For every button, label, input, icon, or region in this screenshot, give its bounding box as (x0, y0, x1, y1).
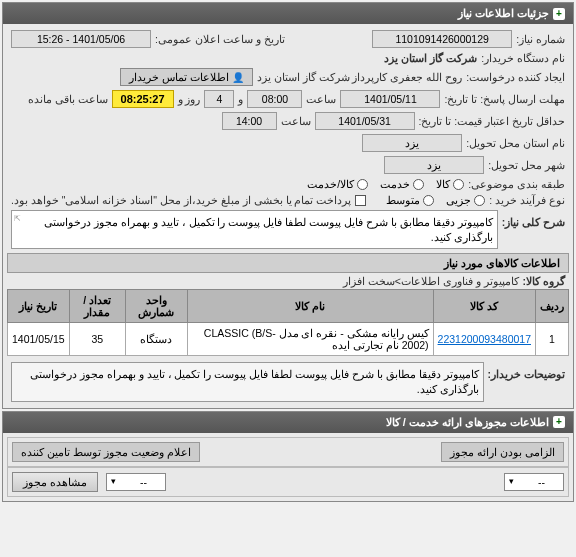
cell-unit: دستگاه (125, 323, 187, 356)
province-label: نام استان محل تحویل: (466, 137, 565, 149)
radio-service[interactable]: خدمت (380, 178, 424, 190)
radio-partial[interactable]: جزیی (446, 194, 485, 206)
category-label: طبقه بندی موضوعی: (468, 178, 565, 190)
day-value-field: 4 (204, 90, 234, 108)
contact-btn-label: اطلاعات تماس خریدار (129, 71, 229, 83)
col-date: تاریخ نیاز (8, 290, 70, 323)
resize-icon[interactable]: ⇱ (14, 213, 21, 224)
permit-dropdown-1[interactable]: -- (504, 473, 564, 491)
desc-label: شرح کلی نیاز: (502, 210, 565, 228)
status-label: اعلام وضعیت مجوز توسط تامین کننده (12, 442, 200, 462)
time-label-1: ساعت (306, 93, 336, 105)
desc-text: کامپیوتر دقیقا مطابق با شرح فایل پیوست ل… (44, 216, 493, 243)
buyer-label: نام دستگاه خریدار: (481, 52, 565, 64)
col-row: ردیف (536, 290, 569, 323)
cell-idx: 1 (536, 323, 569, 356)
radio-both[interactable]: کالا/خدمت (307, 178, 368, 190)
creator-value: روح الله جعفری کارپرداز شرکت گاز استان ی… (257, 71, 462, 83)
col-name: نام کالا (187, 290, 433, 323)
time-label-2: ساعت (281, 115, 311, 127)
radio-goods[interactable]: کالا (436, 178, 464, 190)
desc-textarea[interactable]: ⇱ کامپیوتر دقیقا مطابق با شرح فایل پیوست… (11, 210, 498, 249)
need-details-panel: + جزئیات اطلاعات نیاز شماره نیاز: 110109… (2, 2, 574, 409)
process-label: نوع فرآیند خرید : (489, 194, 565, 206)
province-field: یزد (362, 134, 462, 152)
radio-medium[interactable]: متوسط (386, 194, 434, 206)
user-icon (232, 71, 244, 83)
category-radio-group: کالا خدمت کالا/خدمت (307, 178, 464, 190)
goods-section-header: اطلاعات کالاهای مورد نیاز (7, 253, 569, 273)
panel-header: + جزئیات اطلاعات نیاز (3, 3, 573, 24)
city-label: شهر محل تحویل: (488, 159, 565, 171)
announce-date-label: تاریخ و ساعت اعلان عمومی: (155, 33, 285, 45)
permits-header: + اطلاعات مجوزهای ارائه خدمت / کالا (3, 412, 573, 433)
col-unit: واحد شمارش (125, 290, 187, 323)
day-label: روز و (178, 93, 201, 105)
permits-panel: + اطلاعات مجوزهای ارائه خدمت / کالا الزا… (2, 411, 574, 502)
goods-table: ردیف کد کالا نام کالا واحد شمارش تعداد /… (7, 289, 569, 356)
mandatory-label: الزامی بودن ارائه مجوز (441, 442, 564, 462)
view-permit-button[interactable]: مشاهده مجوز (12, 472, 98, 492)
validity-date-field: 1401/05/31 (315, 112, 415, 130)
goods-group-label: گروه کالا: (523, 275, 565, 287)
city-field: یزد (384, 156, 484, 174)
table-header-row: ردیف کد کالا نام کالا واحد شمارش تعداد /… (8, 290, 569, 323)
validity-label: حداقل تاریخ اعتبار قیمت: تا تاریخ: (419, 115, 565, 127)
creator-label: ایجاد کننده درخواست: (466, 71, 565, 83)
col-qty: تعداد / مقدار (69, 290, 125, 323)
buyer-note-field: کامپیوتر دقیقا مطابق با شرح فایل پیوست ل… (11, 362, 484, 401)
process-radio-group: جزیی متوسط (386, 194, 485, 206)
buyer-note-label: توضیحات خریدار: (488, 362, 565, 380)
buyer-note-text: کامپیوتر دقیقا مطابق با شرح فایل پیوست ل… (30, 368, 479, 395)
goods-code-link[interactable]: 2231200093480017 (438, 333, 531, 345)
expand-icon-2[interactable]: + (553, 416, 565, 428)
cell-date: 1401/05/15 (8, 323, 70, 356)
deadline-label: مهلت ارسال پاسخ: تا تاریخ: (444, 93, 565, 105)
permits-title: اطلاعات مجوزهای ارائه خدمت / کالا (386, 416, 549, 429)
panel-title: جزئیات اطلاعات نیاز (458, 7, 549, 20)
buyer-value: شرکت گاز استان یزد (384, 52, 477, 64)
countdown-timer: 08:25:27 (112, 90, 174, 108)
goods-group-value: کامپیوتر و فناوری اطلاعات>سخت افزار (343, 275, 519, 287)
need-number-label: شماره نیاز: (516, 33, 565, 45)
cell-qty: 35 (69, 323, 125, 356)
permit-controls-row: -- -- مشاهده مجوز (7, 467, 569, 497)
treasury-checkbox[interactable] (355, 195, 366, 206)
contact-buyer-button[interactable]: اطلاعات تماس خریدار (120, 68, 253, 86)
permit-row: الزامی بودن ارائه مجوز اعلام وضعیت مجوز … (7, 437, 569, 467)
col-code: کد کالا (433, 290, 535, 323)
validity-time-field: 14:00 (222, 112, 277, 130)
payment-note: پرداخت تمام یا بخشی از مبلغ خرید،از محل … (11, 194, 351, 206)
expand-icon[interactable]: + (553, 8, 565, 20)
need-number-field: 1101091426000129 (372, 30, 512, 48)
permits-body: الزامی بودن ارائه مجوز اعلام وضعیت مجوز … (3, 433, 573, 501)
cell-name: کیس رایانه مشکی - نقره ای مدل CLASSIC (B… (187, 323, 433, 356)
table-row: 1 2231200093480017 کیس رایانه مشکی - نقر… (8, 323, 569, 356)
panel-body: شماره نیاز: 1101091426000129 تاریخ و ساع… (3, 24, 573, 408)
reply-date-field: 1401/05/11 (340, 90, 440, 108)
remaining-label: ساعت باقی مانده (28, 93, 108, 105)
and-label: و (238, 93, 243, 105)
permit-dropdown-2[interactable]: -- (106, 473, 166, 491)
reply-time-field: 08:00 (247, 90, 302, 108)
announce-date-field: 1401/05/06 - 15:26 (11, 30, 151, 48)
